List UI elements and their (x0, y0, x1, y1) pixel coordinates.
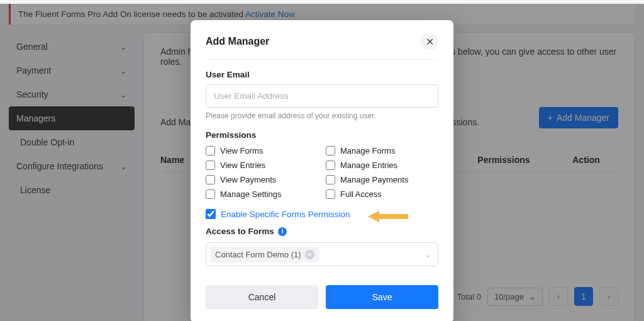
access-to-forms-label: Access to Forms i (206, 227, 438, 236)
perm-manage-payments[interactable]: Manage Payments (326, 175, 438, 184)
permissions-grid: View Forms Manage Forms View Entries Man… (206, 146, 438, 199)
perm-label: View Entries (220, 160, 265, 170)
checkbox[interactable] (326, 160, 335, 170)
cancel-button[interactable]: Cancel (206, 285, 318, 309)
perm-label: View Payments (220, 175, 276, 184)
email-label: User Email (206, 70, 438, 79)
permissions-label: Permissions (206, 130, 438, 140)
perm-label: Manage Forms (340, 146, 395, 155)
checkbox[interactable] (326, 189, 335, 199)
enable-specific-checkbox[interactable] (206, 209, 216, 219)
perm-label: Full Access (340, 189, 382, 199)
remove-tag-icon[interactable]: ✕ (305, 250, 314, 259)
modal-overlay[interactable]: Add Manager ✕ User Email Please provide … (0, 4, 644, 321)
forms-multiselect[interactable]: Contact Form Demo (1) ✕ ⌄ (206, 242, 438, 266)
perm-view-payments[interactable]: View Payments (206, 175, 318, 184)
close-button[interactable]: ✕ (421, 33, 438, 50)
perm-view-entries[interactable]: View Entries (206, 160, 318, 170)
checkbox[interactable] (326, 175, 335, 184)
close-icon: ✕ (426, 36, 434, 48)
pointer-arrow-icon (368, 210, 408, 223)
perm-label: Manage Settings (220, 189, 282, 199)
email-helper: Please provide email address of your exi… (206, 111, 438, 120)
perm-full-access[interactable]: Full Access (326, 189, 438, 199)
access-label-text: Access to Forms (206, 227, 274, 236)
checkbox[interactable] (206, 189, 215, 199)
perm-manage-settings[interactable]: Manage Settings (206, 189, 318, 199)
enable-specific-row[interactable]: Enable Specific Forms Permission (206, 209, 438, 219)
user-email-input[interactable] (206, 84, 438, 108)
form-tag-label: Contact Form Demo (1) (215, 250, 301, 259)
perm-manage-entries[interactable]: Manage Entries (326, 160, 438, 170)
info-icon: i (278, 227, 287, 236)
selected-form-tag: Contact Form Demo (1) ✕ (210, 247, 319, 262)
modal-title: Add Manager (206, 36, 269, 47)
perm-manage-forms[interactable]: Manage Forms (326, 146, 438, 155)
perm-label: Manage Entries (340, 160, 397, 170)
checkbox[interactable] (326, 146, 335, 155)
checkbox[interactable] (206, 175, 215, 184)
checkbox[interactable] (206, 160, 215, 170)
svg-marker-0 (368, 211, 408, 222)
perm-label: Manage Payments (340, 175, 408, 184)
enable-specific-label: Enable Specific Forms Permission (221, 210, 350, 219)
add-manager-modal: Add Manager ✕ User Email Please provide … (191, 20, 453, 321)
perm-label: View Forms (220, 146, 263, 155)
chevron-down-icon: ⌄ (425, 250, 431, 259)
save-button[interactable]: Save (326, 285, 438, 309)
perm-view-forms[interactable]: View Forms (206, 146, 318, 155)
checkbox[interactable] (206, 146, 215, 155)
